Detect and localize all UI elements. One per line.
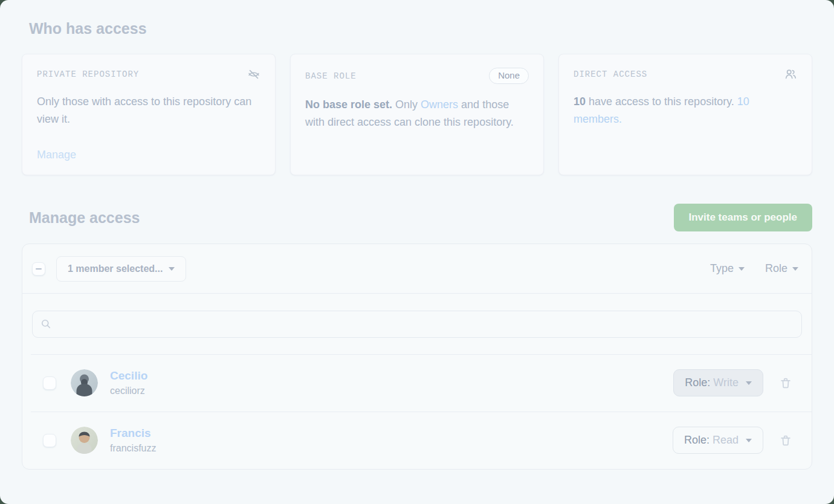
direct-access-label: DIRECT ACCESS bbox=[574, 69, 647, 79]
member-checkbox[interactable] bbox=[43, 434, 56, 447]
chevron-down-icon bbox=[739, 267, 745, 271]
selected-members-dropdown[interactable]: 1 member selected... bbox=[56, 256, 186, 282]
page-title: Who has access bbox=[29, 20, 805, 37]
avatar[interactable] bbox=[71, 369, 98, 396]
manage-access-title: Manage access bbox=[29, 209, 140, 227]
trash-icon bbox=[779, 434, 792, 447]
type-filter-dropdown[interactable]: Type bbox=[710, 262, 745, 275]
private-repository-text: Only those with access to this repositor… bbox=[37, 95, 251, 125]
member-name-link[interactable]: Cecilio bbox=[110, 369, 147, 383]
chevron-down-icon bbox=[169, 267, 175, 271]
base-role-text: Only bbox=[392, 99, 421, 111]
base-role-label: BASE ROLE bbox=[305, 71, 357, 81]
chevron-down-icon bbox=[746, 439, 752, 442]
search-input[interactable] bbox=[32, 311, 802, 338]
invite-teams-or-people-button[interactable]: Invite teams or people bbox=[674, 204, 813, 231]
member-username: francisfuzz bbox=[110, 443, 156, 454]
avatar[interactable] bbox=[71, 427, 98, 454]
collaborators-table: 1 member selected... Type Role bbox=[22, 244, 812, 470]
table-header: 1 member selected... Type Role bbox=[22, 244, 812, 294]
member-row-francis: Francis francisfuzz Role: Read bbox=[22, 412, 812, 469]
owners-link[interactable]: Owners bbox=[421, 99, 458, 111]
member-username: ceciliorz bbox=[110, 386, 147, 396]
member-row-cecilio: Cecilio ceciliorz Role: Write bbox=[22, 354, 812, 412]
role-filter-dropdown[interactable]: Role bbox=[765, 262, 798, 275]
people-icon bbox=[784, 68, 797, 81]
role-dropdown-read[interactable]: Role: Read bbox=[673, 427, 763, 454]
access-summary-cards: PRIVATE REPOSITORY Only those with acces… bbox=[22, 54, 812, 175]
chevron-down-icon bbox=[792, 267, 798, 271]
eye-off-icon bbox=[247, 68, 260, 81]
base-role-bold-text: No base role set. bbox=[305, 99, 392, 111]
direct-access-card: DIRECT ACCESS 10 have access to this rep… bbox=[558, 54, 812, 175]
select-all-checkbox[interactable] bbox=[32, 262, 45, 276]
trash-icon bbox=[779, 376, 792, 390]
member-name-link[interactable]: Francis bbox=[110, 427, 156, 440]
settings-page: Who has access PRIVATE REPOSITORY Only t… bbox=[0, 0, 834, 504]
member-checkbox[interactable] bbox=[43, 376, 56, 390]
search-section bbox=[22, 294, 812, 354]
private-repository-label: PRIVATE REPOSITORY bbox=[37, 69, 139, 79]
chevron-down-icon bbox=[746, 381, 752, 385]
manage-access-bar: Manage access Invite teams or people bbox=[22, 204, 812, 231]
role-dropdown-write[interactable]: Role: Write bbox=[673, 369, 763, 396]
remove-member-button[interactable] bbox=[779, 434, 792, 447]
manage-link[interactable]: Manage bbox=[37, 149, 76, 161]
private-repository-card: PRIVATE REPOSITORY Only those with acces… bbox=[22, 54, 276, 175]
remove-member-button[interactable] bbox=[779, 376, 792, 390]
direct-access-text: have access to this repository. bbox=[586, 95, 737, 108]
search-icon bbox=[40, 318, 52, 330]
base-role-card: BASE ROLE None No base role set. Only Ow… bbox=[290, 54, 544, 175]
direct-access-count: 10 bbox=[574, 95, 586, 108]
base-role-badge: None bbox=[489, 68, 529, 84]
dash-icon bbox=[36, 268, 42, 270]
